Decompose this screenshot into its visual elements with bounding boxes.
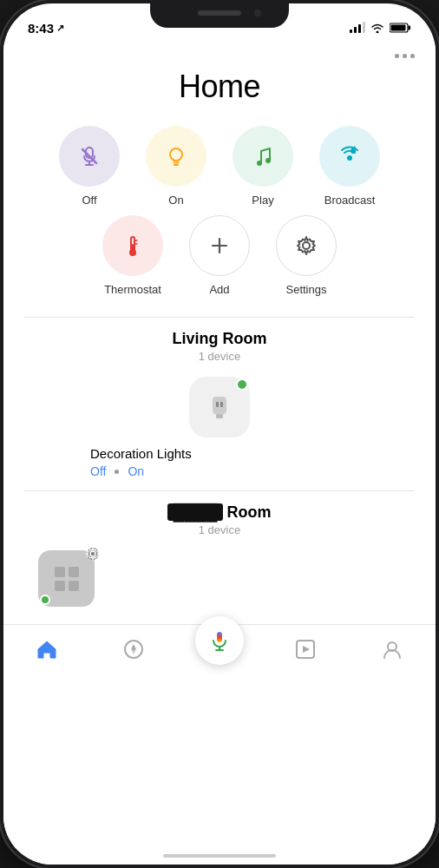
svg-marker-36 bbox=[303, 646, 310, 653]
svg-rect-20 bbox=[216, 414, 223, 418]
shortcut-play-circle bbox=[233, 126, 293, 187]
shortcut-off-circle bbox=[59, 126, 120, 187]
nav-account[interactable] bbox=[367, 635, 417, 664]
more-menu-button[interactable] bbox=[391, 50, 418, 62]
shortcut-add-label: Add bbox=[209, 283, 229, 296]
shortcut-settings[interactable]: Settings bbox=[263, 215, 350, 296]
play-square-icon bbox=[294, 638, 317, 661]
room-2-device-icon bbox=[38, 550, 95, 607]
shortcut-thermostat[interactable]: Thermostat bbox=[89, 215, 176, 296]
plug-icon bbox=[202, 390, 237, 424]
shortcut-on-label: On bbox=[168, 194, 183, 207]
shortcut-on-circle bbox=[146, 126, 206, 187]
shortcut-on[interactable]: On bbox=[133, 126, 220, 207]
shortcut-thermostat-label: Thermostat bbox=[104, 283, 161, 296]
device-grid-icon bbox=[51, 563, 82, 595]
room-2-count: 1 device bbox=[3, 523, 436, 536]
room-2-status-dot bbox=[40, 595, 50, 605]
music-icon bbox=[249, 142, 277, 170]
shortcut-off[interactable]: Off bbox=[46, 126, 133, 207]
device-decoration-lights: Decoration Lights Off On bbox=[3, 377, 436, 478]
section-divider-2 bbox=[24, 490, 415, 491]
room-living-room: Living Room 1 device bbox=[3, 330, 436, 478]
page-title: Home bbox=[3, 69, 436, 105]
shortcut-settings-label: Settings bbox=[286, 283, 327, 296]
nav-media[interactable] bbox=[280, 635, 331, 664]
svg-rect-24 bbox=[69, 567, 79, 577]
svg-rect-32 bbox=[217, 632, 222, 642]
device-status-active bbox=[236, 378, 248, 391]
plus-icon bbox=[207, 233, 232, 258]
shortcut-off-label: Off bbox=[82, 194, 96, 207]
home-indicator bbox=[163, 854, 276, 858]
svg-point-13 bbox=[129, 249, 136, 256]
device-toggle-row: Off On bbox=[90, 464, 192, 478]
status-time: 8:43 ↗ bbox=[28, 21, 64, 36]
device-gear-overlay bbox=[82, 543, 103, 568]
room-living-room-count: 1 device bbox=[3, 350, 436, 363]
room-2-title: ████ Room bbox=[3, 503, 436, 522]
svg-point-9 bbox=[347, 155, 352, 161]
device-name-decoration: Decoration Lights Off On bbox=[38, 446, 192, 478]
bulb-icon bbox=[162, 142, 190, 170]
svg-rect-25 bbox=[55, 581, 65, 591]
mic-off-icon bbox=[75, 142, 103, 170]
shortcut-broadcast-label: Broadcast bbox=[324, 194, 376, 207]
thermometer-icon bbox=[119, 232, 147, 260]
battery-icon bbox=[390, 23, 411, 33]
toggle-separator bbox=[115, 470, 119, 474]
time-label: 8:43 bbox=[28, 21, 54, 36]
room-2: ████ Room 1 device bbox=[3, 503, 436, 624]
top-bar bbox=[3, 42, 436, 62]
shortcut-broadcast-circle bbox=[319, 126, 380, 187]
svg-rect-19 bbox=[213, 397, 226, 414]
broadcast-icon bbox=[336, 142, 364, 170]
mic-fab-button[interactable] bbox=[195, 616, 244, 665]
section-divider-1 bbox=[24, 317, 415, 318]
shortcut-play[interactable]: Play bbox=[220, 126, 306, 207]
nav-home[interactable] bbox=[22, 635, 72, 664]
shortcut-play-label: Play bbox=[252, 194, 273, 207]
shortcuts-grid: Off On bbox=[3, 126, 436, 305]
room-2-device-area bbox=[3, 550, 436, 607]
shortcut-broadcast[interactable]: Broadcast bbox=[306, 126, 393, 207]
person-icon bbox=[381, 638, 403, 661]
svg-rect-26 bbox=[69, 581, 79, 591]
compass-icon bbox=[122, 638, 145, 661]
gear-overlay-icon bbox=[82, 543, 103, 564]
toggle-off-button[interactable]: Off bbox=[90, 464, 106, 478]
shortcut-thermostat-circle bbox=[102, 215, 163, 276]
svg-rect-21 bbox=[216, 402, 219, 407]
device-name-label: Decoration Lights bbox=[90, 446, 192, 461]
mic-fab-icon bbox=[207, 628, 232, 653]
home-icon bbox=[36, 638, 58, 661]
status-icons bbox=[350, 23, 411, 33]
nav-explore[interactable] bbox=[108, 635, 159, 664]
svg-point-7 bbox=[257, 161, 262, 166]
svg-point-6 bbox=[170, 148, 182, 161]
svg-rect-23 bbox=[55, 567, 65, 577]
room-2-name: Room bbox=[227, 503, 272, 521]
screen-content: Home Off bbox=[3, 42, 436, 865]
svg-point-18 bbox=[303, 242, 310, 249]
location-icon: ↗ bbox=[56, 23, 64, 34]
toggle-on-button[interactable]: On bbox=[128, 464, 144, 478]
svg-rect-22 bbox=[220, 402, 223, 407]
svg-rect-2 bbox=[391, 25, 406, 31]
wifi-icon bbox=[370, 23, 384, 33]
room-living-room-title: Living Room bbox=[3, 330, 436, 348]
shortcut-settings-circle bbox=[276, 215, 337, 276]
svg-point-8 bbox=[265, 158, 271, 163]
svg-rect-1 bbox=[409, 26, 411, 30]
device-icon-wrap bbox=[189, 377, 250, 437]
gear-icon bbox=[294, 233, 318, 258]
shortcut-add-circle bbox=[189, 215, 250, 276]
shortcut-add[interactable]: Add bbox=[176, 215, 263, 296]
signal-icon bbox=[350, 23, 365, 33]
bottom-nav bbox=[3, 624, 436, 691]
